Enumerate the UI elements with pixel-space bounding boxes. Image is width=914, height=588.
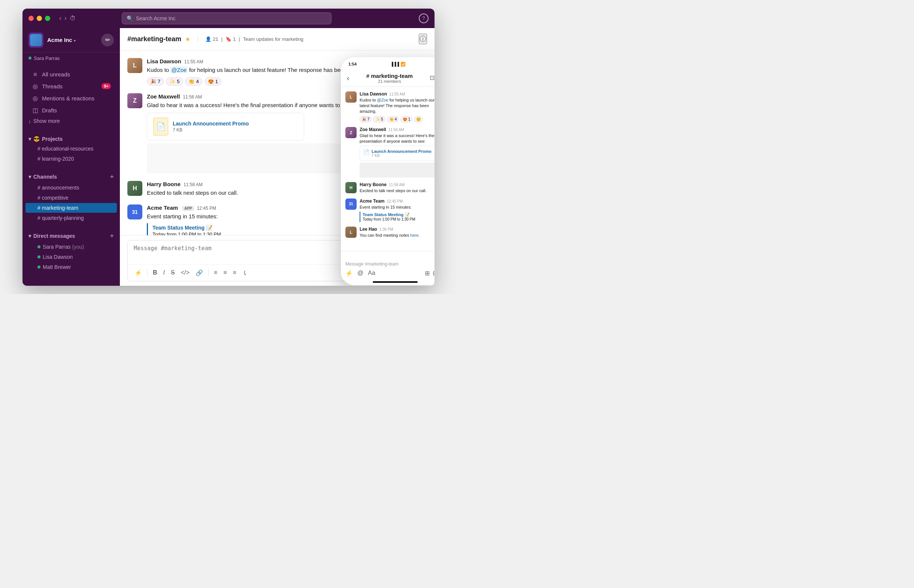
phone-file-size: 7 KB [371,153,431,158]
phone-text-acme: Event starting in 15 minutes: [360,205,434,210]
sidebar-item-all-unreads[interactable]: ≡ All unreads [26,69,117,80]
phone-search-icon[interactable]: ⊡ [430,74,434,82]
search-text: Search Acme Inc [136,15,176,21]
phone-author-harry: Harry Boone [360,182,387,187]
channel-star-icon[interactable]: ★ [185,36,190,43]
italic-button[interactable]: I [161,268,167,278]
history-button[interactable]: ⏱ [69,14,76,22]
phone-file-preview [360,163,434,178]
projects-section-header[interactable]: ▾ 😎 Projects [23,134,120,144]
phone-input-placeholder[interactable]: Message #marketing-team [346,260,434,270]
projects-emoji-icon: 😎 [33,136,40,142]
online-status-icon [37,255,40,258]
status-dot-icon [29,57,31,60]
ordered-list-button[interactable]: ≡ [212,268,220,278]
back-button[interactable]: ‹ [59,14,61,22]
phone-reaction-party[interactable]: 🎉 7 [360,116,371,123]
channel-item-marketing[interactable]: # marketing-team [26,203,117,213]
code-button[interactable]: </> [179,268,192,278]
phone-home-indicator [373,281,418,283]
author-zoe: Zoe Maxwell [147,93,180,100]
phone-author-lee: Lee Hao [360,226,377,232]
search-bar[interactable]: 🔍 Search Acme Inc [122,12,331,24]
lightning-button[interactable]: ⚡ [132,268,144,278]
avatar-zoe: Z [128,93,142,108]
hash-icon: # [37,185,40,191]
channel-marketing: marketing-team [42,205,78,211]
mention-zoe[interactable]: @Zoe [170,66,187,73]
sidebar-item-threads[interactable]: ◎ Threads 9+ [26,81,117,92]
channel-item-learning[interactable]: # learning-2020 [26,154,117,164]
quote-button[interactable]: ≡ [231,268,239,278]
bold-button[interactable]: B [150,268,160,278]
channels-section-header[interactable]: ▾ Channels + [23,171,120,183]
phone-file-attach[interactable]: 📄 Launch Announcement Promo 7 KB [360,146,434,161]
all-unreads-label: All unreads [42,71,70,78]
dm-sara[interactable]: Sara Parras (you) [26,242,117,252]
phone-time-lee: 1:36 PM [379,227,393,231]
help-button[interactable]: ? [419,13,428,23]
sidebar-item-mentions[interactable]: ◎ Mentions & reactions [26,92,117,104]
phone-back-button[interactable]: ‹ [347,74,349,82]
workspace-header: Acme Inc ▾ ✏ [23,28,120,52]
phone-reaction-sparkles[interactable]: ✨ 5 [373,116,385,123]
workspace-avatar [29,32,44,48]
phone-header: ‹ # marketing-team 21 members ⊡ ⓘ [341,69,434,87]
title-bar: ‹ › ⏱ 🔍 Search Acme Inc ? [23,9,434,28]
file-attachment[interactable]: 📄 Launch Announcement Promo 7 KB [147,113,304,141]
phone-image-icon[interactable]: ⊟ [433,270,434,277]
reaction-count: 5 [177,79,179,84]
time-lisa: 11:55 AM [184,59,203,65]
channel-item-educational[interactable]: # educational-resources [26,144,117,153]
channel-item-quarterly[interactable]: # quarterly-planning [26,213,117,223]
block-button[interactable]: ⤹ [240,268,249,278]
phone-message-zoe: Z Zoe Maxwell 11:56 AM Glad to hear it w… [346,127,434,178]
show-more-label: Show more [33,118,60,124]
phone-text-lisa: Kudos to @Zoe for helping us launch our … [360,97,434,115]
phone-author-acme: Acme Team [360,199,384,204]
phone-reaction-clap[interactable]: 👏 4 [387,116,399,123]
phone-reaction-add[interactable]: 🙂 [414,116,423,123]
dm-section-header[interactable]: ▾ Direct messages + [23,231,120,242]
phone-signal-icon: ▐▐▐ 📶 [390,62,406,67]
dm-lisa[interactable]: Lisa Dawson [26,252,117,262]
phone-aa-icon[interactable]: Aa [368,270,375,276]
close-button[interactable] [29,16,34,21]
phone-link-notes[interactable]: here [410,233,418,237]
unordered-list-button[interactable]: ≡ [221,268,229,278]
reaction-heart-eyes[interactable]: 😍 1 [205,77,221,86]
show-more-button[interactable]: ↓ Show more [23,116,120,126]
minimize-button[interactable] [37,16,42,21]
strikethrough-button[interactable]: S [169,268,177,278]
phone-time-zoe: 11:56 AM [388,128,404,132]
reaction-party[interactable]: 🎉 7 [147,77,164,86]
phone-at-icon[interactable]: @ [357,270,363,276]
bookmark-icon: 🔖 [226,36,231,42]
sidebar-section-dm: ▾ Direct messages + Sara Parras (you) Li… [23,225,120,274]
phone-lightning-icon[interactable]: ⚡ [346,270,353,277]
sidebar-section-channels: ▾ Channels + # announcements # competiti… [23,166,120,225]
channel-info-button[interactable]: ⓘ [419,34,427,44]
compose-button[interactable]: ✏ [101,34,114,47]
add-dm-button[interactable]: + [110,232,114,240]
menu-icon: ≡ [31,71,39,78]
sidebar-item-drafts[interactable]: ◫ Drafts [26,105,117,116]
channels-label: Channels [33,174,57,180]
forward-button[interactable]: › [65,14,67,22]
hash-icon: # [37,195,40,201]
dm-matt[interactable]: Matt Brewer [26,262,117,272]
phone-attach-icon[interactable]: ⊞ [425,270,430,277]
channels-caret-icon: ▾ [29,174,31,180]
reaction-count: 7 [158,79,160,84]
dm-name-sara: Sara Parras (you) [43,244,84,250]
workspace-name[interactable]: Acme Inc [47,37,72,43]
add-channel-button[interactable]: + [110,173,114,181]
channel-item-announcements[interactable]: # announcements [26,183,117,192]
reaction-sparkles[interactable]: ✨ 5 [166,77,183,86]
phone-event-time: Today from 1:00 PM to 1:30 PM [363,217,434,221]
maximize-button[interactable] [45,16,50,21]
link-button[interactable]: 🔗 [193,268,205,278]
channel-item-competitive[interactable]: # competitive [26,193,117,203]
reaction-clap[interactable]: 👏 4 [185,77,202,86]
phone-reaction-hearts[interactable]: 😍 1 [400,116,412,123]
